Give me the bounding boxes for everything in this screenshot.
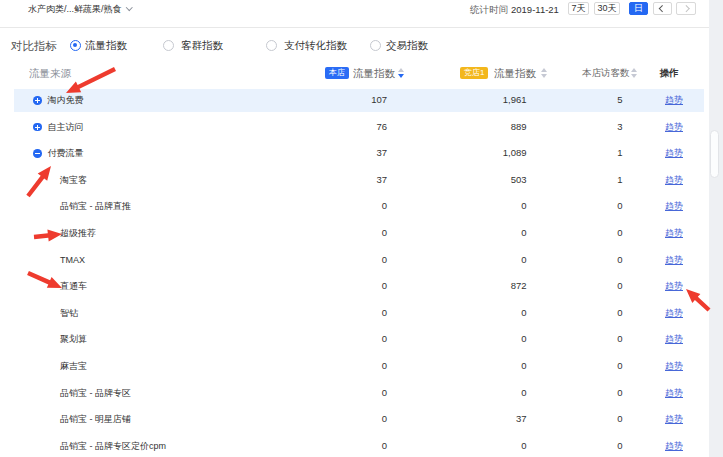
visitors-value: 0 xyxy=(553,193,623,220)
trend-link[interactable]: 趋势 xyxy=(665,334,683,344)
self-metric-value: 0 xyxy=(317,273,387,300)
visitors-value: 0 xyxy=(553,300,623,327)
self-metric-value: 0 xyxy=(317,326,387,353)
trend-link[interactable]: 趋势 xyxy=(665,201,683,211)
rival-metric-value: 0 xyxy=(457,380,527,407)
self-metric-value: 107 xyxy=(317,87,387,114)
source-name: 淘宝客 xyxy=(60,167,87,194)
table-row: 麻吉宝000趋势 xyxy=(0,353,710,380)
visitors-value: 0 xyxy=(553,247,623,274)
table-row: 淘内免费1071,9615趋势 xyxy=(0,87,710,114)
column-header-rival-metric[interactable]: 流量指数 xyxy=(494,66,536,80)
action-cell: 趋势 xyxy=(660,433,688,457)
category-selector[interactable]: 水产肉类/...鲜蔬果/熟食 xyxy=(28,3,131,16)
radio-option-label[interactable]: 流量指数 xyxy=(85,40,127,51)
source-name: TMAX xyxy=(60,247,85,274)
prev-date-button[interactable] xyxy=(653,2,672,15)
sort-icon-rival-metric[interactable] xyxy=(541,68,548,78)
source-name: 超级推荐 xyxy=(60,220,96,247)
radio-option-label[interactable]: 交易指数 xyxy=(386,40,428,51)
self-metric-value: 0 xyxy=(317,220,387,247)
action-cell: 趋势 xyxy=(660,87,688,114)
expand-plus-icon[interactable] xyxy=(33,96,42,105)
table-row: 直通车08720趋势 xyxy=(0,273,710,300)
rival-metric-value: 889 xyxy=(457,114,527,141)
action-cell: 趋势 xyxy=(660,353,688,380)
action-cell: 趋势 xyxy=(660,220,688,247)
rival-shop-badge: 竞店1 xyxy=(460,67,488,79)
self-metric-value: 0 xyxy=(317,193,387,220)
trend-link[interactable]: 趋势 xyxy=(665,414,683,424)
visitors-value: 0 xyxy=(553,273,623,300)
self-metric-value: 0 xyxy=(317,247,387,274)
radio-option-label[interactable]: 客群指数 xyxy=(181,40,223,51)
rival-metric-value: 1,961 xyxy=(457,87,527,114)
source-name: 品销宝 - 明星店铺 xyxy=(60,406,131,433)
chevron-right-icon xyxy=(683,5,689,11)
header-divider xyxy=(0,27,710,28)
column-header-action: 操作 xyxy=(660,66,679,80)
stat-time: 统计时间2019-11-21 xyxy=(470,4,559,17)
self-metric-value: 76 xyxy=(317,114,387,141)
column-header-visitors[interactable]: 本店访客数 xyxy=(582,66,630,80)
visitors-value: 3 xyxy=(553,114,623,141)
table-row: 品销宝 - 品牌直推000趋势 xyxy=(0,193,710,220)
action-cell: 趋势 xyxy=(660,193,688,220)
source-name: 麻吉宝 xyxy=(60,353,87,380)
rival-metric-value: 0 xyxy=(457,433,527,457)
trend-link[interactable]: 趋势 xyxy=(665,255,683,265)
radio-option-2[interactable] xyxy=(163,40,174,51)
trend-link[interactable]: 趋势 xyxy=(665,281,683,291)
trend-link[interactable]: 趋势 xyxy=(665,361,683,371)
trend-link[interactable]: 趋势 xyxy=(665,95,683,105)
action-cell: 趋势 xyxy=(660,406,688,433)
expand-plus-icon[interactable] xyxy=(33,123,42,132)
rival-metric-value: 0 xyxy=(457,220,527,247)
table-row: 智钻000趋势 xyxy=(0,300,710,327)
stat-time-label: 统计时间 xyxy=(470,4,508,15)
visitors-value: 1 xyxy=(553,140,623,167)
self-metric-value: 0 xyxy=(317,380,387,407)
action-cell: 趋势 xyxy=(660,114,688,141)
trend-link[interactable]: 趋势 xyxy=(665,122,683,132)
scrollbar-track[interactable] xyxy=(709,0,723,457)
self-metric-value: 37 xyxy=(317,140,387,167)
trend-link[interactable]: 趋势 xyxy=(665,308,683,318)
rival-metric-value: 37 xyxy=(457,406,527,433)
column-header-self-metric[interactable]: 流量指数 xyxy=(353,66,395,80)
trend-link[interactable]: 趋势 xyxy=(665,148,683,158)
collapse-minus-icon[interactable] xyxy=(33,149,42,158)
radio-option-label[interactable]: 支付转化指数 xyxy=(284,40,347,51)
visitors-value: 5 xyxy=(553,87,623,114)
rival-metric-value: 0 xyxy=(457,326,527,353)
action-cell: 趋势 xyxy=(660,140,688,167)
source-name: 品销宝 - 品牌专区 xyxy=(60,380,131,407)
self-shop-badge: 本店 xyxy=(325,67,349,79)
radio-option-4[interactable] xyxy=(370,40,381,51)
trend-link[interactable]: 趋势 xyxy=(665,228,683,238)
sort-icon-visitors[interactable] xyxy=(631,68,638,78)
range-day-button[interactable]: 日 xyxy=(629,2,648,15)
sort-icon-self-metric[interactable] xyxy=(397,68,404,78)
next-date-button[interactable] xyxy=(676,2,696,15)
source-name: 智钻 xyxy=(60,300,78,327)
action-cell: 趋势 xyxy=(660,273,688,300)
rival-metric-value: 1,089 xyxy=(457,140,527,167)
stat-date: 2019-11-21 xyxy=(511,4,559,15)
action-cell: 趋势 xyxy=(660,167,688,194)
range-7d-button[interactable]: 7天 xyxy=(568,2,589,15)
range-30d-button[interactable]: 30天 xyxy=(594,2,620,15)
visitors-value: 0 xyxy=(553,326,623,353)
table-row: TMAX000趋势 xyxy=(0,247,710,274)
radio-selected-option-1[interactable] xyxy=(70,40,81,51)
scrollbar-thumb[interactable] xyxy=(710,130,719,178)
trend-link[interactable]: 趋势 xyxy=(665,441,683,451)
visitors-value: 0 xyxy=(553,353,623,380)
rival-metric-value: 503 xyxy=(457,167,527,194)
trend-link[interactable]: 趋势 xyxy=(665,388,683,398)
table-row: 淘宝客375031趋势 xyxy=(0,167,710,194)
source-name: 直通车 xyxy=(60,273,87,300)
table-row: 付费流量371,0891趋势 xyxy=(0,140,710,167)
radio-option-3[interactable] xyxy=(266,40,277,51)
trend-link[interactable]: 趋势 xyxy=(665,175,683,185)
